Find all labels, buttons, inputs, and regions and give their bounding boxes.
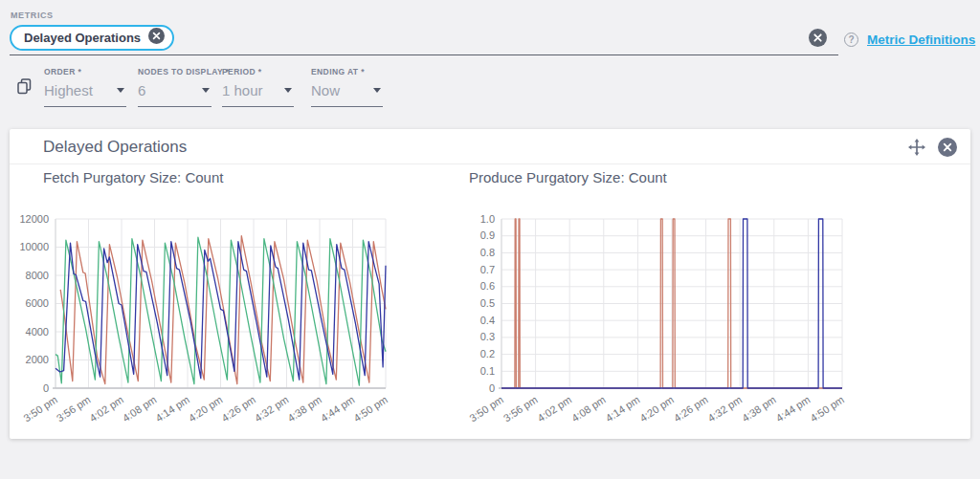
svg-text:0.1: 0.1 (480, 365, 495, 377)
fetch-purgatory-chart[interactable]: 3:50 pm3:56 pm4:02 pm4:08 pm4:14 pm4:20 … (17, 198, 419, 427)
svg-text:0.5: 0.5 (480, 297, 495, 309)
svg-text:4:38 pm: 4:38 pm (285, 394, 323, 425)
metric-chip-label: Delayed Operations (24, 31, 141, 45)
fetch-purgatory-chart-title: Fetch Purgatory Size: Count (43, 169, 223, 185)
svg-text:4:02 pm: 4:02 pm (535, 394, 573, 425)
metrics-input[interactable]: Delayed Operations (10, 23, 838, 55)
svg-text:4:44 pm: 4:44 pm (774, 394, 813, 425)
chip-remove-icon[interactable] (148, 28, 165, 48)
order-value: Highest (44, 82, 93, 98)
chevron-down-icon[interactable] (373, 88, 381, 93)
svg-text:1.0: 1.0 (480, 213, 495, 225)
close-card-icon[interactable] (938, 138, 957, 161)
svg-text:2000: 2000 (26, 354, 49, 365)
svg-text:4:26 pm: 4:26 pm (219, 394, 257, 425)
svg-text:4:50 pm: 4:50 pm (808, 394, 846, 425)
svg-text:4:14 pm: 4:14 pm (604, 394, 642, 425)
move-card-icon[interactable] (908, 139, 925, 160)
svg-text:4:50 pm: 4:50 pm (351, 394, 390, 425)
ending-at-value: Now (311, 82, 340, 98)
svg-text:6000: 6000 (26, 297, 49, 309)
svg-text:4:32 pm: 4:32 pm (705, 394, 744, 425)
svg-text:3:50 pm: 3:50 pm (21, 394, 59, 425)
produce-purgatory-chart-title: Produce Purgatory Size: Count (469, 169, 667, 185)
svg-text:3:50 pm: 3:50 pm (467, 394, 505, 425)
order-select[interactable]: ORDER * Highest (44, 67, 126, 107)
svg-text:0.3: 0.3 (480, 331, 495, 342)
svg-text:12000: 12000 (19, 213, 49, 225)
ending-at-select[interactable]: ENDING AT * Now (311, 67, 383, 107)
nodes-to-display-select[interactable]: NODES TO DISPLAY * 6 (138, 67, 212, 107)
delayed-operations-card: Delayed Operations Fetch Purgatory Size:… (10, 129, 970, 439)
svg-text:4:20 pm: 4:20 pm (187, 394, 225, 425)
svg-text:4:32 pm: 4:32 pm (253, 394, 291, 425)
svg-text:4000: 4000 (26, 326, 49, 337)
svg-text:10000: 10000 (19, 241, 49, 252)
svg-text:0.6: 0.6 (480, 280, 495, 292)
order-label: ORDER * (44, 67, 126, 76)
card-title: Delayed Operations (43, 129, 187, 164)
nodes-to-display-label: NODES TO DISPLAY * (138, 67, 212, 76)
svg-text:4:44 pm: 4:44 pm (319, 394, 357, 425)
metrics-dashboard-page: METRICS Delayed Operations ? Metric Defi… (0, 0, 980, 479)
svg-text:4:02 pm: 4:02 pm (87, 394, 125, 425)
svg-text:8000: 8000 (26, 270, 49, 281)
metrics-field-label: METRICS (11, 11, 54, 20)
clear-all-metrics-icon[interactable] (809, 29, 827, 47)
svg-text:3:56 pm: 3:56 pm (55, 394, 93, 425)
period-select[interactable]: PERIOD * 1 hour (222, 67, 294, 107)
svg-text:0.7: 0.7 (480, 264, 495, 275)
chevron-down-icon[interactable] (284, 88, 292, 93)
svg-text:4:20 pm: 4:20 pm (637, 394, 676, 425)
ending-at-label: ENDING AT * (311, 67, 383, 76)
help-icon[interactable]: ? (844, 33, 858, 47)
metric-definitions-link[interactable]: Metric Definitions (867, 33, 975, 47)
nodes-to-display-value: 6 (138, 82, 145, 98)
metric-chip[interactable]: Delayed Operations (10, 25, 174, 51)
svg-text:0.2: 0.2 (480, 348, 495, 359)
card-header: Delayed Operations (10, 129, 970, 164)
svg-text:3:56 pm: 3:56 pm (501, 394, 540, 425)
period-label: PERIOD * (222, 67, 294, 76)
chevron-down-icon[interactable] (202, 88, 210, 93)
svg-text:0.9: 0.9 (480, 229, 495, 241)
copy-icon[interactable] (17, 78, 32, 98)
svg-text:0: 0 (489, 382, 495, 394)
svg-text:0.8: 0.8 (480, 247, 495, 258)
svg-text:0: 0 (43, 382, 49, 394)
produce-purgatory-chart[interactable]: 3:50 pm3:56 pm4:02 pm4:08 pm4:14 pm4:20 … (459, 198, 871, 427)
svg-text:4:26 pm: 4:26 pm (672, 394, 710, 425)
svg-text:0.4: 0.4 (480, 315, 495, 326)
svg-text:4:08 pm: 4:08 pm (569, 394, 608, 425)
svg-text:4:14 pm: 4:14 pm (153, 394, 191, 425)
period-value: 1 hour (222, 82, 263, 98)
svg-text:4:38 pm: 4:38 pm (740, 394, 778, 425)
svg-text:4:08 pm: 4:08 pm (121, 394, 159, 425)
chevron-down-icon[interactable] (117, 88, 124, 93)
